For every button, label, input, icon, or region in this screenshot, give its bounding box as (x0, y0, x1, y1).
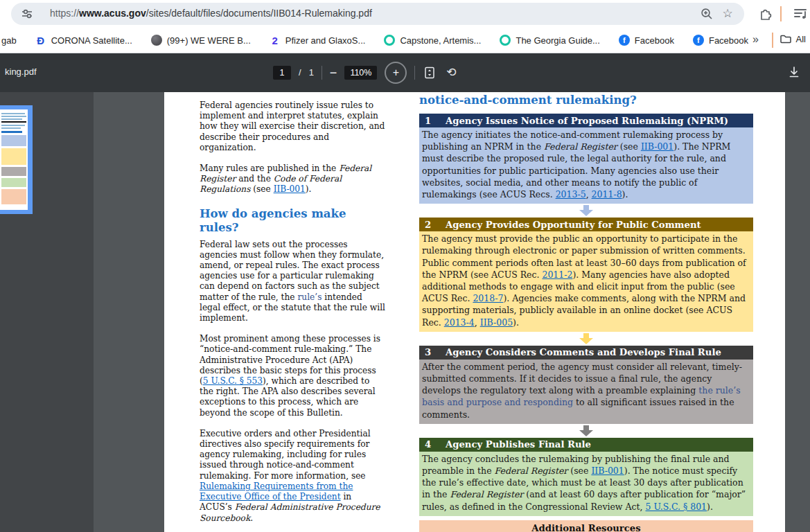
bookmark-item[interactable]: ĐCORONA Satellite... (35, 35, 132, 46)
facebook-favicon: f (619, 35, 630, 46)
bookmark-label: Pfizer and GlaxoS... (285, 35, 366, 46)
process-steps: 1Agency Issues Notice of Proposed Rulema… (419, 114, 753, 516)
page-count: 1 (309, 67, 314, 78)
bookmark-item[interactable]: (99+) WE WERE B... (151, 35, 251, 46)
all-bookmarks-folder[interactable]: All (780, 33, 806, 45)
site-info-icon[interactable] (21, 8, 33, 20)
media-queue-icon[interactable] (793, 6, 808, 21)
flow-arrow-icon (579, 425, 593, 436)
url-scheme: https:// (50, 8, 79, 19)
download-icon[interactable] (787, 65, 801, 79)
bookmark-label: The Georgia Guide... (516, 35, 599, 46)
step-header: 1Agency Issues Notice of Proposed Rulema… (419, 114, 753, 127)
page-thumbnail[interactable] (0, 105, 33, 214)
document-link[interactable]: 2011-2 (542, 269, 572, 280)
folder-icon (780, 33, 792, 45)
step-title: Agency Publishes Final Rule (446, 439, 591, 450)
text-run: ). (622, 189, 628, 200)
document-link[interactable]: IIB-001 (591, 466, 624, 476)
url-row: https://www.acus.gov/sites/default/files… (0, 0, 810, 28)
step-number: 1 (419, 116, 446, 126)
bookmark-favicon: Đ (35, 35, 46, 46)
step-body: The agency concludes the rulemaking by p… (419, 452, 753, 516)
rotate-icon[interactable]: ⟲ (444, 66, 458, 80)
document-link[interactable]: IIB-001 (641, 141, 673, 152)
document-link[interactable]: 2018-7 (473, 293, 503, 303)
fit-page-icon[interactable] (423, 66, 437, 80)
bookmark-item[interactable]: gab (1, 35, 17, 46)
document-link[interactable]: 5 U.S.C. § 553 (203, 376, 263, 386)
extensions-icon[interactable] (758, 6, 773, 21)
section-heading: How do agencies make rules? (200, 207, 385, 235)
thumbnail-page-preview (0, 109, 28, 210)
text-run: (see (250, 184, 273, 194)
bookmark-label: CORONA Satellite... (51, 35, 132, 46)
right-column: notice-and-comment rulemaking? 1Agency I… (419, 92, 753, 532)
step-number: 3 (419, 347, 446, 357)
step-body: After the comment period, the agency mus… (419, 360, 753, 424)
paragraph: Most prominent among these processes is … (200, 334, 385, 418)
text-run: ). (306, 184, 312, 194)
document-link[interactable]: 2013-4 (444, 317, 475, 328)
additional-resources-box: Additional Resources (419, 520, 753, 532)
text-run: and the (236, 174, 274, 184)
italic-text: Federal Register (544, 141, 617, 152)
zoom-out-button[interactable]: − (330, 66, 337, 79)
document-link[interactable]: 2013-5 (556, 189, 586, 200)
thumbnail-sidebar[interactable] (0, 92, 94, 532)
page-number-input[interactable]: 1 (273, 66, 291, 80)
bookmark-favicon: 2 (270, 35, 281, 46)
text-run: ). (513, 317, 519, 328)
document-link[interactable]: 2011-8 (592, 189, 622, 200)
text-run: Many rules are published in the (200, 163, 339, 173)
bookmark-label: (99+) WE WERE B... (167, 35, 251, 46)
text-run: ). (707, 502, 713, 512)
step-header: 3Agency Considers Comments and Develops … (419, 346, 753, 360)
document-link[interactable]: IIB-005 (480, 317, 513, 328)
browser-chrome: https://www.acus.gov/sites/default/files… (0, 0, 810, 53)
toolbar-divider (322, 66, 322, 80)
bookmark-favicon (151, 35, 162, 46)
facebook-favicon: f (693, 35, 704, 46)
flow-arrow-icon (579, 205, 593, 216)
zoom-in-button[interactable]: + (385, 62, 407, 84)
bookmarks-bar: gabĐCORONA Satellite...(99+) WE WERE B..… (0, 28, 810, 53)
text-run: After the comment period, the agency mus… (422, 362, 742, 396)
additional-resources-title: Additional Resources (531, 523, 640, 532)
bookmark-label: Capstone, Artemis... (400, 35, 481, 46)
document-link[interactable]: Rulemaking Requirements from the Executi… (200, 481, 353, 502)
text-run: (see (617, 141, 641, 152)
paragraph: Many rules are published in the Federal … (200, 163, 385, 195)
zoom-indicator-icon[interactable] (700, 7, 714, 21)
more-bookmarks-chevron[interactable]: » (752, 33, 759, 46)
bookmark-item[interactable]: 2Pfizer and GlaxoS... (270, 35, 366, 46)
bookmarks-separator (772, 33, 773, 48)
url-text[interactable]: https://www.acus.gov/sites/default/files… (50, 8, 372, 19)
document-link[interactable]: IIB-001 (274, 184, 306, 194)
flow-arrow-icon (579, 333, 593, 344)
document-link[interactable]: 5 U.S.C. § 801 (646, 502, 707, 512)
bookmark-item[interactable]: fFacebook (619, 35, 674, 46)
section-heading-fragment: notice-and-comment rulemaking? (419, 93, 753, 107)
pdf-toolbar-controls: 1 / 1 − 110% + ⟲ (273, 53, 458, 92)
zoom-level[interactable]: 110% (344, 66, 377, 80)
bookmark-favicon (500, 35, 511, 46)
text-run: . (250, 513, 253, 523)
bookmark-item[interactable]: fFacebook (693, 35, 748, 46)
url-bar[interactable]: https://www.acus.gov/sites/default/files… (11, 3, 744, 25)
step-title: Agency Issues Notice of Proposed Rulemak… (446, 116, 728, 126)
plus-icon: + (393, 66, 399, 79)
text-run: (see (567, 466, 591, 476)
paragraph: Federal law sets out the processes agenc… (200, 240, 385, 324)
step-body: The agency initiates the notice-and-comm… (419, 127, 753, 204)
text-run: Federal agencies routinely issue rules t… (200, 100, 385, 152)
italic-text: Federal Register (450, 489, 523, 499)
left-column: Federal agencies routinely issue rules t… (200, 100, 385, 532)
url-host: www.acus.gov (79, 8, 146, 19)
bookmark-star-icon[interactable]: ☆ (721, 7, 734, 21)
chrome-separator (780, 6, 782, 21)
bookmark-item[interactable]: The Georgia Guide... (500, 35, 599, 46)
pdf-filename: king.pdf (5, 66, 37, 77)
text-run: Executive orders and other Presidential … (200, 429, 371, 481)
bookmark-item[interactable]: Capstone, Artemis... (384, 35, 481, 46)
